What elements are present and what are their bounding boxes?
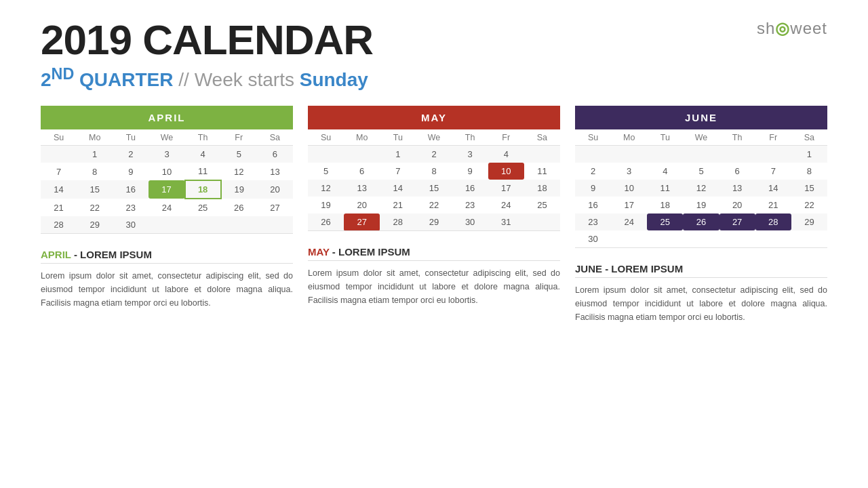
logo-text-sh: sh <box>757 19 775 37</box>
april-week-3: 14 15 16 17 18 19 20 <box>41 180 293 199</box>
day-cell: 30 <box>113 216 149 234</box>
may-info: MAY - LOREM IPSUM Lorem ipsum dolor sit … <box>308 246 560 307</box>
day-cell: 20 <box>344 197 380 214</box>
june-dow-row: Su Mo Tu We Th Fr Sa <box>575 129 827 146</box>
dow-su: Su <box>575 129 611 146</box>
dow-mo: Mo <box>611 129 647 146</box>
may-header: MAY <box>308 106 560 129</box>
day-cell <box>41 146 77 163</box>
day-cell: 9 <box>113 163 149 180</box>
day-cell: 12 <box>308 180 344 197</box>
logo-icon: ◎ <box>775 19 790 37</box>
day-cell <box>257 216 293 234</box>
day-cell: 23 <box>113 199 149 216</box>
day-cell: 9 <box>575 180 611 197</box>
day-cell: 7 <box>41 163 77 180</box>
may-info-title: MAY - LOREM IPSUM <box>308 246 560 261</box>
dow-su: Su <box>41 129 77 146</box>
calendar-may: MAY Su Mo Tu We Th Fr Sa 1 2 3 4 <box>308 106 560 324</box>
day-cell: 1 <box>791 146 827 163</box>
june-label: JUNE <box>575 263 602 274</box>
may-header-row: MAY <box>308 106 560 129</box>
day-cell: 11 <box>524 163 560 180</box>
day-cell: 18 <box>647 197 683 214</box>
day-cell: 1 <box>380 146 416 163</box>
day-cell: 12 <box>683 180 719 197</box>
day-cell: 29 <box>791 214 827 230</box>
day-cell <box>344 146 380 163</box>
day-cell: 16 <box>452 180 488 197</box>
day-cell: 30 <box>575 230 611 248</box>
day-cell: 27 <box>257 199 293 216</box>
day-cell-highlight: 25 <box>647 214 683 230</box>
dow-fr: Fr <box>755 129 791 146</box>
day-cell: 6 <box>344 163 380 180</box>
dow-fr: Fr <box>488 129 524 146</box>
april-info-title: APRIL - LOREM IPSUM <box>41 249 293 264</box>
dow-we: We <box>416 129 452 146</box>
day-cell <box>719 146 755 163</box>
day-cell: 28 <box>380 214 416 231</box>
day-cell: 29 <box>77 216 113 234</box>
dow-su: Su <box>308 129 344 146</box>
day-cell <box>791 230 827 248</box>
day-cell: 4 <box>185 146 221 163</box>
day-cell: 8 <box>416 163 452 180</box>
june-week-3: 9 10 11 12 13 14 15 <box>575 180 827 197</box>
day-cell: 14 <box>41 180 77 199</box>
day-cell: 16 <box>575 197 611 214</box>
day-cell-highlight: 18 <box>185 180 221 199</box>
day-cell: 11 <box>185 163 221 180</box>
may-week-1: 1 2 3 4 <box>308 146 560 163</box>
day-cell: 19 <box>221 180 257 199</box>
june-table: JUNE Su Mo Tu We Th Fr Sa <box>575 106 827 256</box>
june-info: JUNE - LOREM IPSUM Lorem ipsum dolor sit… <box>575 263 827 324</box>
day-cell: 15 <box>791 180 827 197</box>
day-cell: 13 <box>257 163 293 180</box>
day-cell: 22 <box>416 197 452 214</box>
day-cell-highlight: 28 <box>755 214 791 230</box>
day-cell <box>755 230 791 248</box>
day-cell: 12 <box>221 163 257 180</box>
day-cell: 3 <box>452 146 488 163</box>
june-footer <box>575 248 827 256</box>
subtitle-divider: // Week starts <box>178 69 299 90</box>
day-cell: 1 <box>77 146 113 163</box>
day-cell: 18 <box>524 180 560 197</box>
dow-sa: Sa <box>524 129 560 146</box>
subtitle: 2ND QUARTER // Week starts Sunday <box>41 65 827 91</box>
start-day: Sunday <box>300 69 368 90</box>
day-cell: 7 <box>755 163 791 180</box>
day-cell <box>611 230 647 248</box>
day-cell: 9 <box>452 163 488 180</box>
calendars-row: APRIL Su Mo Tu We Th Fr Sa 1 2 3 4 <box>41 106 827 324</box>
april-footer <box>41 234 293 242</box>
day-cell <box>719 230 755 248</box>
day-cell: 7 <box>380 163 416 180</box>
day-cell: 8 <box>791 163 827 180</box>
day-cell: 14 <box>755 180 791 197</box>
june-week-5: 23 24 25 26 27 28 29 <box>575 214 827 230</box>
april-week-5: 28 29 30 <box>41 216 293 234</box>
dow-mo: Mo <box>344 129 380 146</box>
day-cell: 10 <box>611 180 647 197</box>
day-cell: 15 <box>77 180 113 199</box>
day-cell-highlight: 27 <box>344 214 380 231</box>
day-cell: 21 <box>41 199 77 216</box>
day-cell: 24 <box>488 197 524 214</box>
june-info-body: Lorem ipsum dolor sit amet, consectetur … <box>575 283 827 324</box>
day-cell <box>575 146 611 163</box>
day-cell: 3 <box>149 146 184 163</box>
april-header-row: APRIL <box>41 106 293 129</box>
may-week-4: 19 20 21 22 23 24 25 <box>308 197 560 214</box>
dow-fr: Fr <box>221 129 257 146</box>
may-dow-row: Su Mo Tu We Th Fr Sa <box>308 129 560 146</box>
day-cell: 26 <box>221 199 257 216</box>
calendar-april: APRIL Su Mo Tu We Th Fr Sa 1 2 3 4 <box>41 106 293 324</box>
day-cell: 5 <box>221 146 257 163</box>
day-cell: 24 <box>149 199 184 216</box>
april-table: APRIL Su Mo Tu We Th Fr Sa 1 2 3 4 <box>41 106 293 242</box>
day-cell: 6 <box>257 146 293 163</box>
dow-th: Th <box>185 129 221 146</box>
dow-mo: Mo <box>77 129 113 146</box>
